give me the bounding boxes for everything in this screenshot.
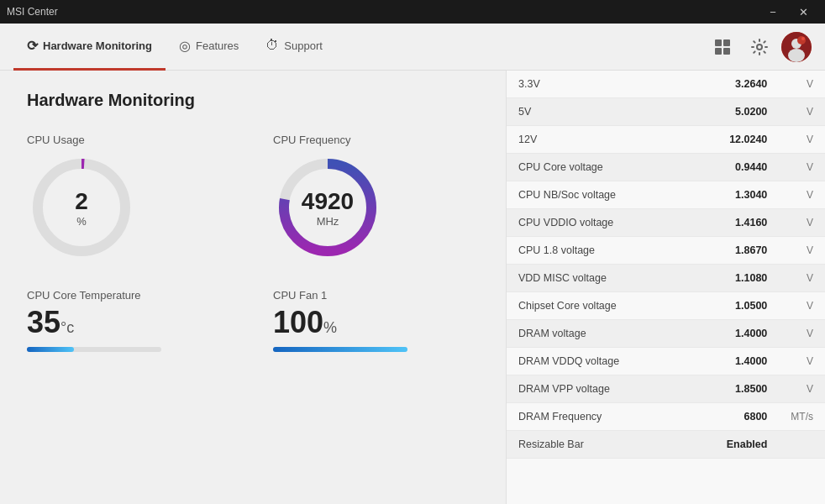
svg-rect-2	[715, 48, 722, 55]
cpu-temp-value: 35°c	[27, 305, 74, 339]
app-name: MSI Center	[7, 6, 58, 18]
voltage-name: DRAM Frequency	[507, 403, 686, 431]
cpu-temp-label: CPU Core Temperature	[27, 289, 233, 302]
voltage-row: 3.3V 3.2640 V	[507, 71, 825, 98]
cpu-temp-bar-fill	[27, 347, 74, 352]
voltage-name: DRAM voltage	[507, 320, 686, 348]
voltage-row: CPU NB/Soc voltage 1.3040 V	[507, 181, 825, 209]
grid-view-button[interactable]	[707, 32, 738, 62]
voltage-name: DRAM VPP voltage	[507, 375, 686, 403]
voltage-unit	[779, 431, 825, 459]
voltage-row: DRAM VDDQ voltage 1.4000 V	[507, 348, 825, 375]
voltage-value: 1.8670	[686, 237, 780, 265]
svg-point-7	[788, 49, 805, 62]
title-bar-left: MSI Center	[7, 6, 58, 18]
close-button[interactable]: ✕	[788, 0, 818, 24]
voltage-unit: V	[779, 98, 825, 126]
voltage-unit: V	[779, 71, 825, 98]
cpu-fan-label: CPU Fan 1	[273, 289, 479, 302]
voltage-value: 1.4000	[686, 348, 780, 375]
voltage-unit: V	[779, 209, 825, 237]
main-window: ⟳ Hardware Monitoring ◎ Features ⏱ Suppo…	[0, 24, 825, 504]
support-icon: ⏱	[265, 38, 279, 53]
svg-rect-3	[723, 48, 730, 55]
cpu-temp-bar-track	[27, 347, 161, 352]
voltage-unit: V	[779, 237, 825, 265]
tab-support-label: Support	[284, 39, 323, 52]
title-bar: MSI Center − ✕	[0, 0, 825, 24]
cpu-frequency-donut: 4920 MHz	[273, 153, 382, 262]
cpu-temp-value-container: 35°c	[27, 305, 233, 340]
features-icon: ◎	[179, 38, 191, 54]
cpu-fan-value-container: 100%	[273, 305, 479, 340]
voltage-value: 5.0200	[686, 98, 780, 126]
voltage-name: CPU 1.8 voltage	[507, 237, 686, 265]
right-panel: 3.3V 3.2640 V 5V 5.0200 V 12V 12.0240 V …	[506, 71, 825, 504]
cpu-frequency-unit: MHz	[302, 215, 354, 228]
hardware-monitoring-icon: ⟳	[27, 38, 38, 54]
voltage-unit: V	[779, 126, 825, 154]
voltage-name: CPU NB/Soc voltage	[507, 181, 686, 209]
voltage-row: Resizable Bar Enabled	[507, 431, 825, 459]
avatar-image	[781, 32, 812, 62]
svg-point-9	[801, 37, 805, 40]
page-title: Hardware Monitoring	[27, 91, 479, 110]
voltage-name: 12V	[507, 126, 686, 154]
svg-rect-0	[715, 39, 722, 46]
voltage-row: 5V 5.0200 V	[507, 98, 825, 126]
voltage-value: 1.3040	[686, 181, 780, 209]
voltage-unit: V	[779, 181, 825, 209]
cpu-usage-value: 2	[75, 188, 88, 215]
minimize-button[interactable]: −	[758, 0, 788, 24]
voltage-value: 3.2640	[686, 71, 780, 98]
voltage-unit: V	[779, 154, 825, 181]
svg-rect-1	[723, 39, 730, 46]
voltage-value: 1.4000	[686, 320, 780, 348]
voltage-unit: V	[779, 375, 825, 403]
cpu-fan-value: 100%	[273, 305, 337, 339]
nav-right	[707, 32, 812, 62]
cpu-frequency-value: 4920	[302, 188, 354, 215]
voltage-name: Chipset Core voltage	[507, 292, 686, 320]
cpu-frequency-value-container: 4920 MHz	[302, 188, 354, 228]
voltage-row: 12V 12.0240 V	[507, 126, 825, 154]
voltage-row: DRAM Frequency 6800 MT/s	[507, 403, 825, 431]
tab-hardware-monitoring[interactable]: ⟳ Hardware Monitoring	[13, 24, 166, 71]
svg-point-4	[757, 45, 762, 50]
voltage-value: 1.8500	[686, 375, 780, 403]
metrics-grid: CPU Usage 2 % CPU Frequency	[27, 134, 479, 352]
voltage-row: CPU 1.8 voltage 1.8670 V	[507, 237, 825, 265]
left-panel: Hardware Monitoring CPU Usage 2 %	[0, 71, 506, 504]
voltage-row: VDD MISC voltage 1.1080 V	[507, 265, 825, 292]
voltage-name: 3.3V	[507, 71, 686, 98]
cpu-frequency-metric: CPU Frequency	[273, 134, 479, 262]
voltage-table: 3.3V 3.2640 V 5V 5.0200 V 12V 12.0240 V …	[507, 71, 825, 459]
tab-features[interactable]: ◎ Features	[166, 24, 252, 71]
cpu-usage-unit: %	[75, 215, 88, 228]
voltage-row: CPU Core voltage 0.9440 V	[507, 154, 825, 181]
voltage-value: 1.0500	[686, 292, 780, 320]
cpu-usage-metric: CPU Usage 2 %	[27, 134, 233, 262]
voltage-row: DRAM VPP voltage 1.8500 V	[507, 375, 825, 403]
cpu-fan-bar-fill	[273, 347, 407, 352]
voltage-value: 12.0240	[686, 126, 780, 154]
cpu-usage-value-container: 2 %	[75, 188, 88, 228]
cpu-temp-metric: CPU Core Temperature 35°c	[27, 289, 233, 352]
avatar[interactable]	[781, 32, 812, 62]
title-bar-controls: − ✕	[758, 0, 818, 24]
cpu-fan-bar-track	[273, 347, 407, 352]
voltage-name: CPU Core voltage	[507, 154, 686, 181]
cpu-usage-donut: 2 %	[27, 153, 136, 262]
voltage-value: Enabled	[686, 431, 780, 459]
voltage-unit: V	[779, 265, 825, 292]
nav-tabs: ⟳ Hardware Monitoring ◎ Features ⏱ Suppo…	[13, 24, 336, 71]
settings-button[interactable]	[744, 32, 775, 62]
cpu-frequency-label: CPU Frequency	[273, 134, 479, 146]
cpu-fan-metric: CPU Fan 1 100%	[273, 289, 479, 352]
voltage-name: CPU VDDIO voltage	[507, 209, 686, 237]
tab-support[interactable]: ⏱ Support	[252, 24, 336, 71]
content-area: Hardware Monitoring CPU Usage 2 %	[0, 71, 825, 504]
voltage-unit: V	[779, 348, 825, 375]
tab-features-label: Features	[196, 39, 239, 52]
tab-hardware-monitoring-label: Hardware Monitoring	[43, 39, 152, 52]
